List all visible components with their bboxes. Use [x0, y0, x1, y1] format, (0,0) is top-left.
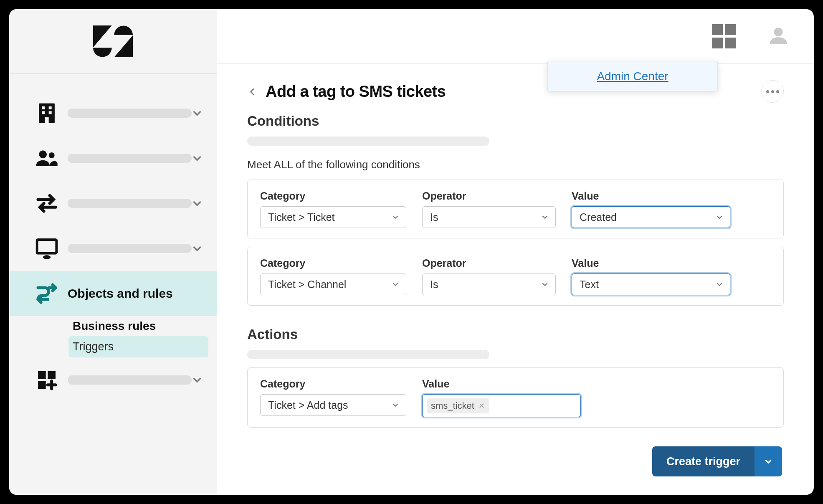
select-value: Text	[580, 279, 599, 291]
condition-row: Category Ticket > Channel Operator Is	[247, 247, 784, 306]
chevron-down-icon	[391, 400, 400, 410]
conditions-heading: Conditions	[247, 113, 784, 129]
monitor-icon	[34, 237, 59, 260]
action-row: Category Ticket > Add tags Value sms_tic…	[247, 367, 784, 428]
chevron-down-icon	[391, 213, 400, 222]
chevron-down-icon	[391, 280, 400, 289]
zendesk-logo-icon	[93, 25, 133, 58]
nav-subgroup: Business rules Triggers	[9, 316, 217, 357]
topbar: Admin Center	[217, 9, 814, 64]
nav-item-channels[interactable]	[9, 181, 217, 226]
svg-point-6	[39, 150, 47, 158]
admin-center-link[interactable]: Admin Center	[597, 70, 668, 83]
select-value: Ticket > Add tags	[268, 399, 348, 411]
main: Admin Center Add a tag to SMS tickets Co…	[217, 9, 814, 495]
workflow-icon	[34, 282, 59, 305]
field-label-category: Category	[260, 378, 406, 390]
select-value: Ticket > Ticket	[268, 211, 335, 223]
tag-text: sms_ticket	[431, 400, 474, 411]
field-label-category: Category	[260, 190, 406, 202]
svg-point-11	[43, 255, 51, 259]
products-dropdown: Admin Center	[547, 61, 718, 91]
footer-actions: Create trigger	[652, 446, 782, 476]
action-tag-input[interactable]: sms_ticket ✕	[422, 394, 581, 417]
select-value: Ticket > Channel	[268, 279, 346, 291]
svg-rect-14	[38, 381, 46, 389]
nav-item-placeholder	[68, 244, 192, 253]
nav-item-account[interactable]	[9, 91, 217, 136]
condition-category-select[interactable]: Ticket > Ticket	[260, 206, 406, 228]
svg-rect-1	[42, 106, 45, 109]
condition-operator-select[interactable]: Is	[422, 206, 556, 228]
nav: Objects and rules Business rules Trigger…	[9, 74, 217, 403]
nav-item-placeholder	[68, 109, 192, 118]
condition-value-select[interactable]: Created	[572, 206, 730, 228]
field-label-operator: Operator	[422, 257, 556, 269]
create-trigger-button[interactable]: Create trigger	[652, 446, 755, 476]
field-label-value: Value	[572, 190, 730, 202]
field-label-operator: Operator	[422, 190, 556, 202]
tag-chip: sms_ticket ✕	[427, 398, 489, 413]
nav-item-placeholder	[68, 199, 192, 208]
field-label-category: Category	[260, 257, 406, 269]
nav-item-placeholder	[68, 154, 192, 163]
actions-heading: Actions	[247, 327, 784, 342]
svg-rect-13	[48, 371, 56, 379]
apps-plus-icon	[34, 368, 59, 392]
logo	[9, 9, 217, 74]
back-icon[interactable]	[247, 86, 258, 97]
svg-point-17	[774, 28, 783, 36]
svg-rect-5	[45, 117, 48, 123]
svg-rect-2	[42, 111, 45, 114]
tag-remove-icon[interactable]: ✕	[479, 402, 485, 410]
condition-category-select[interactable]: Ticket > Channel	[260, 274, 406, 295]
nav-item-apps[interactable]	[9, 357, 217, 403]
nav-item-placeholder	[68, 375, 192, 385]
chevron-down-icon	[190, 151, 204, 165]
chevron-down-icon	[763, 456, 774, 467]
profile-icon[interactable]	[768, 25, 789, 48]
chevron-down-icon	[190, 196, 204, 210]
chevron-down-icon	[715, 280, 724, 289]
nav-subgroup-heading: Business rules	[68, 316, 208, 336]
chevron-down-icon	[190, 106, 204, 120]
actions-subtitle-placeholder	[247, 350, 489, 359]
select-value: Is	[430, 279, 438, 291]
sidebar: Objects and rules Business rules Trigger…	[9, 9, 217, 495]
chevron-down-icon	[540, 280, 550, 289]
chevron-down-icon	[540, 213, 550, 222]
create-trigger-menu-button[interactable]	[755, 446, 782, 476]
svg-rect-3	[49, 106, 52, 109]
condition-row: Category Ticket > Ticket Operator Is	[247, 180, 784, 238]
chevron-down-icon	[715, 213, 724, 222]
building-icon	[34, 101, 59, 125]
chevron-down-icon	[190, 373, 204, 387]
chevron-down-icon	[190, 241, 204, 256]
nav-item-label: Objects and rules	[68, 286, 173, 301]
svg-rect-10	[37, 240, 57, 253]
svg-rect-12	[38, 371, 46, 379]
select-value: Is	[430, 211, 438, 223]
conditions-subtitle-placeholder	[247, 137, 489, 146]
field-label-value: Value	[572, 257, 730, 269]
nav-item-workspaces[interactable]	[9, 226, 217, 271]
action-category-select[interactable]: Ticket > Add tags	[260, 394, 406, 416]
content: Add a tag to SMS tickets Conditions Meet…	[217, 64, 814, 428]
svg-point-7	[49, 152, 55, 158]
condition-value-select[interactable]: Text	[572, 274, 730, 295]
field-label-value: Value	[422, 378, 581, 390]
svg-rect-4	[49, 111, 52, 114]
nav-item-objects-rules[interactable]: Objects and rules	[9, 271, 217, 316]
condition-operator-select[interactable]: Is	[422, 274, 556, 295]
arrows-icon	[34, 192, 59, 215]
conditions-all-label: Meet ALL of the following conditions	[247, 158, 784, 171]
page-title: Add a tag to SMS tickets	[266, 83, 446, 101]
more-actions-button[interactable]	[761, 80, 784, 103]
people-icon	[34, 147, 59, 170]
nav-item-people[interactable]	[9, 136, 217, 181]
nav-sub-item-triggers[interactable]: Triggers	[68, 336, 208, 357]
select-value: Created	[580, 211, 617, 223]
products-icon[interactable]	[712, 24, 736, 48]
